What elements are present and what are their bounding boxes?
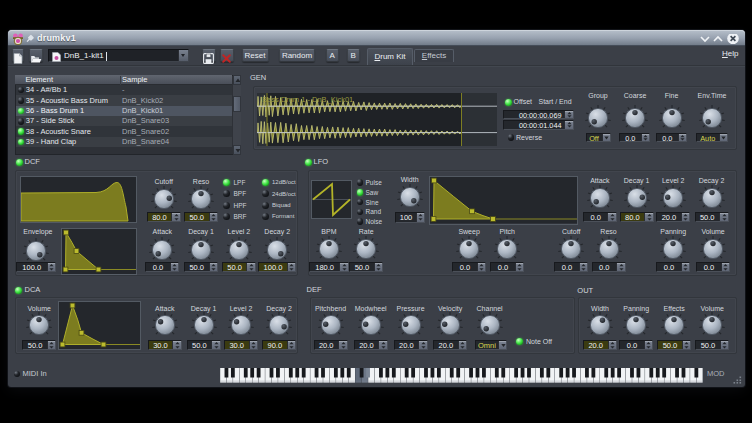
svg-text:Bass Drum 1 - DnB_Kick01: Bass Drum 1 - DnB_Kick01 [262,95,353,104]
